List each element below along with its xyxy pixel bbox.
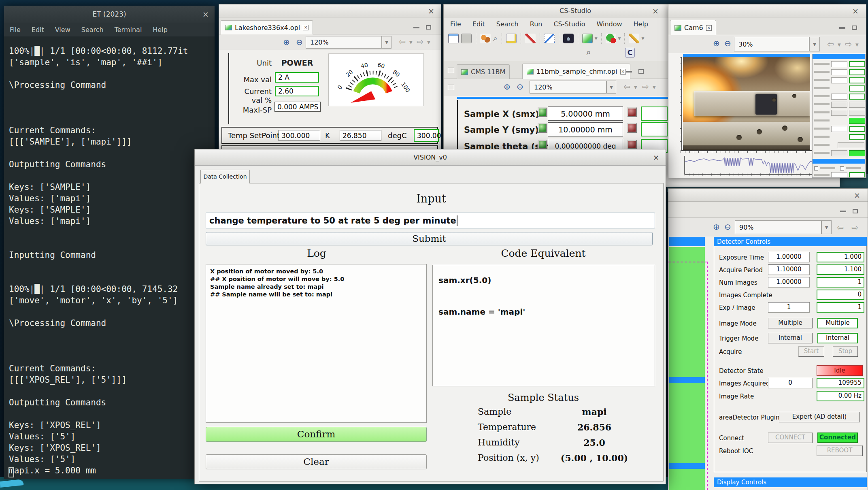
cs-studio-menu-item[interactable]: CS-Studio <box>553 20 585 28</box>
chart-icon[interactable] <box>582 34 593 43</box>
terminal-output[interactable]: 100%|█| 1/1 [00:00<00:00, 8112.77it['sam… <box>9 45 188 476</box>
tab-close-icon[interactable]: × <box>706 25 712 31</box>
forward-caret-icon[interactable]: ▼ <box>427 40 430 45</box>
zoom-level-select[interactable]: 120% <box>306 36 382 49</box>
maximize-icon[interactable] <box>852 26 857 30</box>
close-icon[interactable]: × <box>854 189 860 202</box>
zoom-level-select[interactable]: 90% <box>735 220 821 234</box>
pane-icon[interactable] <box>448 85 454 90</box>
zoom-caret-icon[interactable]: ▼ <box>821 220 832 234</box>
terminal-menu-item[interactable]: Edit <box>32 26 44 34</box>
detector-minmax[interactable] <box>840 209 858 213</box>
zoom-in-icon[interactable]: ⊕ <box>713 222 720 232</box>
minimize-icon[interactable] <box>413 27 419 28</box>
mini-button[interactable] <box>831 110 847 116</box>
caret-icon[interactable]: ▼ <box>618 36 621 40</box>
zoom-out-icon[interactable]: ⊖ <box>296 37 303 47</box>
launch-icon[interactable] <box>629 34 639 43</box>
terminal-menu-item[interactable]: View <box>55 26 70 34</box>
close-icon[interactable]: × <box>852 4 859 17</box>
num-images-input[interactable]: 1.00000 <box>768 277 810 288</box>
code-equivalent-box[interactable]: sam.xr(5.0)sam.name = 'mapi' <box>432 265 655 386</box>
detector-titlebar[interactable]: × <box>668 189 868 202</box>
search-icon[interactable]: ⌕ <box>586 47 591 57</box>
terminal-menu-item[interactable]: Terminal <box>115 26 142 34</box>
minimize-icon[interactable] <box>626 71 632 72</box>
sample-y-alarm-led[interactable] <box>627 123 637 133</box>
search-person-icon[interactable]: ⌕ <box>493 34 498 43</box>
image-mode-select[interactable]: Multiple <box>768 318 813 328</box>
cs-studio-menu-item[interactable]: Window <box>596 20 622 28</box>
tab-lakeshore-opi[interactable]: Lakeshore336x4.opi × <box>221 20 313 34</box>
cs-studio-menu-item[interactable]: Run <box>530 20 542 28</box>
fast-view-icon[interactable] <box>448 68 454 73</box>
lakeshore-minmax[interactable] <box>413 25 431 30</box>
tab-close-icon[interactable]: × <box>620 69 626 75</box>
users-icon[interactable] <box>480 34 491 43</box>
cam6-minmax[interactable] <box>839 26 857 30</box>
confirm-button[interactable]: Confirm <box>206 427 427 442</box>
mini-field[interactable] <box>831 126 847 132</box>
zoom-caret-icon[interactable]: ▼ <box>606 81 616 94</box>
mini-button[interactable] <box>831 102 847 108</box>
sample-x-field[interactable]: 5.00000 mm <box>548 107 623 121</box>
forward-icon[interactable]: ⇨ <box>851 223 858 232</box>
temp-k-field[interactable]: 300.000 <box>279 130 320 141</box>
mini-field[interactable] <box>831 172 847 178</box>
mini-checkbox[interactable] <box>840 166 844 170</box>
mini-field[interactable] <box>831 61 847 67</box>
cs-minmax[interactable] <box>626 69 644 74</box>
back-icon[interactable]: ⇦ <box>623 82 630 92</box>
terminal-menu-item[interactable]: File <box>10 26 21 34</box>
edit-pen-icon[interactable] <box>525 34 536 43</box>
minimize-icon[interactable] <box>839 27 845 29</box>
reboot-button[interactable]: REBOOT <box>817 445 863 456</box>
zoom-level-select[interactable]: 30% <box>734 37 809 51</box>
maximize-icon[interactable] <box>638 69 644 74</box>
close-icon[interactable]: × <box>653 149 659 166</box>
new-wizard-icon[interactable] <box>506 34 517 43</box>
close-icon[interactable]: × <box>428 4 434 17</box>
tab-cam6[interactable]: Cam6 × <box>670 20 716 35</box>
cam6-titlebar[interactable]: × <box>668 4 866 17</box>
back-icon[interactable]: ⇦ <box>827 39 834 49</box>
forward-caret-icon[interactable]: ▼ <box>855 43 859 47</box>
cs-studio-menu-item[interactable]: Help <box>634 20 648 28</box>
maximize-icon[interactable] <box>853 209 858 213</box>
temp-c-field[interactable]: 26.850 <box>340 130 381 141</box>
save-icon[interactable] <box>461 34 472 43</box>
tab-cms-11bm[interactable]: CMS 11BM <box>457 64 510 79</box>
zoom-out-icon[interactable]: ⊖ <box>724 222 731 232</box>
camera-icon[interactable] <box>563 34 574 43</box>
minimize-icon[interactable] <box>840 211 846 212</box>
zoom-caret-icon[interactable]: ▼ <box>382 36 391 49</box>
sample-x-alarm-led[interactable] <box>627 107 637 117</box>
terminal-menu-item[interactable]: Help <box>153 26 167 34</box>
mini-button[interactable] <box>838 142 864 148</box>
zoom-out-icon[interactable]: ⊖ <box>724 38 731 48</box>
back-icon[interactable]: ⇦ <box>837 223 844 232</box>
connect-button[interactable]: CONNECT <box>768 432 813 443</box>
mini-button[interactable] <box>831 150 847 156</box>
close-icon[interactable]: × <box>652 4 659 17</box>
zoom-in-icon[interactable]: ⊕ <box>283 37 290 47</box>
command-input[interactable]: change temperature to 50 at rate 5 deg p… <box>206 213 655 228</box>
caret-icon[interactable]: ▼ <box>641 36 644 40</box>
forward-caret-icon[interactable]: ▼ <box>653 85 656 89</box>
acquire-period-input[interactable]: 1.10000 <box>768 264 810 275</box>
back-icon[interactable]: ⇦ <box>399 37 406 47</box>
vision-titlebar[interactable]: VISION_v0 × <box>195 149 666 166</box>
sample-x-led[interactable] <box>538 107 547 117</box>
perspective-c-icon[interactable]: C <box>625 48 635 58</box>
log-box[interactable]: X position of motor moved by: 5.0## X po… <box>206 264 427 423</box>
forward-icon[interactable]: ⇨ <box>845 39 852 49</box>
clear-button[interactable]: Clear <box>206 454 427 469</box>
start-button[interactable]: Start <box>798 346 824 357</box>
zoom-out-icon[interactable]: ⊖ <box>517 82 523 92</box>
terminal-titlebar[interactable]: ET (2023) × <box>4 6 215 23</box>
exposure-time-input[interactable]: 1.00000 <box>768 252 810 262</box>
maxi-sp-field[interactable]: 0.000 AMPS <box>274 102 321 112</box>
forward-icon[interactable]: ⇨ <box>417 37 423 47</box>
max-val-field[interactable]: 2 A <box>275 72 319 83</box>
run-icon[interactable] <box>606 34 616 43</box>
